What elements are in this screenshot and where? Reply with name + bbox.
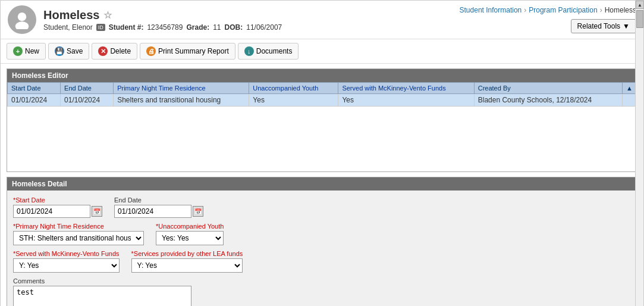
primary-night-group: *Primary Night Time Residence STH: Shelt… xyxy=(13,223,144,245)
table-header-row: Start Date End Date Primary Night Time R… xyxy=(8,83,637,94)
primary-night-label: *Primary Night Time Residence xyxy=(13,223,144,230)
main-content: Homeless Editor Start Date End Date Prim… xyxy=(1,64,643,306)
dob-label: DOB: xyxy=(225,23,243,32)
svg-point-1 xyxy=(15,21,29,29)
comments-label: Comments xyxy=(13,277,631,285)
new-icon: + xyxy=(13,46,23,56)
print-label: Print Summary Report xyxy=(158,47,229,55)
table-row[interactable]: 01/01/202401/10/2024Shelters and transit… xyxy=(8,94,637,107)
id-icon: ID xyxy=(96,24,105,31)
mckinney-group: *Served with McKinney-Vento Funds Y: Yes… xyxy=(13,250,120,273)
documents-button[interactable]: ↓ Documents xyxy=(238,43,299,60)
primary-night-select[interactable]: STH: Shelters and transitional housing xyxy=(13,231,144,245)
services-select[interactable]: Y: YesN: No xyxy=(131,258,243,273)
start-date-calendar-icon[interactable]: 📅 xyxy=(92,206,102,217)
breadcrumb-student-info[interactable]: Student Information xyxy=(460,6,522,14)
end-date-input[interactable] xyxy=(114,205,191,218)
delete-button[interactable]: ✕ Delete xyxy=(92,43,137,60)
related-tools-button[interactable]: Related Tools ▼ xyxy=(571,19,636,33)
documents-icon: ↓ xyxy=(244,46,254,56)
start-date-label: *Start Date xyxy=(13,196,102,204)
save-button[interactable]: 💾 Save xyxy=(48,43,89,60)
delete-icon: ✕ xyxy=(98,46,108,56)
grade-label: Grade: xyxy=(186,23,209,32)
save-label: Save xyxy=(67,47,83,55)
header-info: Homeless ☆ Student, Elenor ID Student #:… xyxy=(43,8,460,32)
mckinney-label: *Served with McKinney-Vento Funds xyxy=(13,250,120,257)
homeless-table: Start Date End Date Primary Night Time R… xyxy=(7,82,637,107)
scrollbar-up[interactable]: ▲ xyxy=(636,1,644,9)
end-date-group: End Date 📅 xyxy=(114,196,203,218)
breadcrumb-sep-1: › xyxy=(524,6,526,14)
end-date-input-wrapper: 📅 xyxy=(114,205,203,218)
dob-value: 11/06/2007 xyxy=(246,23,282,32)
title-text: Homeless xyxy=(43,8,100,22)
scrollbar[interactable]: ▲ ▼ xyxy=(635,1,643,306)
unaccompanied-label: *Unaccompanied Youth xyxy=(156,223,224,230)
student-name: Student, Elenor xyxy=(43,23,93,32)
print-button[interactable]: 🖨 Print Summary Report xyxy=(140,43,235,60)
mckinney-select[interactable]: Y: YesN: No xyxy=(13,258,120,273)
start-date-input[interactable] xyxy=(13,205,90,218)
primary-unaccompanied-row: *Primary Night Time Residence STH: Shelt… xyxy=(13,223,631,245)
table-cell: Shelters and transitional housing xyxy=(114,94,249,107)
end-date-calendar-icon[interactable]: 📅 xyxy=(193,206,203,217)
date-row: *Start Date 📅 End Date 📅 xyxy=(13,196,631,218)
table-cell xyxy=(623,94,637,107)
col-primary-night: Primary Night Time Residence xyxy=(114,83,249,94)
services-group: *Services provided by other LEA funds Y:… xyxy=(131,250,243,273)
unaccompanied-select[interactable]: Yes: YesNo: No xyxy=(156,231,224,245)
col-start-date: Start Date xyxy=(8,83,61,94)
new-button[interactable]: + New xyxy=(7,43,46,60)
col-sort-indicator: ▲ xyxy=(623,83,637,94)
avatar xyxy=(8,5,36,34)
save-icon: 💾 xyxy=(55,46,64,56)
table-cell: 01/01/2024 xyxy=(8,94,61,107)
comments-textarea[interactable] xyxy=(13,286,191,306)
table-cell: Yes xyxy=(249,94,338,107)
documents-label: Documents xyxy=(256,47,293,55)
chevron-down-icon: ▼ xyxy=(623,22,630,30)
breadcrumb-program-participation[interactable]: Program Participation xyxy=(529,6,597,14)
unaccompanied-group: *Unaccompanied Youth Yes: YesNo: No xyxy=(156,223,224,245)
homeless-editor-title: Homeless Editor xyxy=(12,71,68,80)
delete-label: Delete xyxy=(110,47,131,55)
favorite-star-icon[interactable]: ☆ xyxy=(103,10,112,21)
homeless-detail-header: Homeless Detail xyxy=(7,177,637,191)
print-icon: 🖨 xyxy=(146,46,156,56)
mckinney-services-row: *Served with McKinney-Vento Funds Y: Yes… xyxy=(13,250,631,273)
services-label: *Services provided by other LEA funds xyxy=(131,250,243,257)
table-cell: Bladen County Schools, 12/18/2024 xyxy=(474,94,622,107)
header: Homeless ☆ Student, Elenor ID Student #:… xyxy=(1,1,643,39)
page-wrapper: Homeless ☆ Student, Elenor ID Student #:… xyxy=(0,0,644,306)
end-date-label: End Date xyxy=(114,196,203,204)
col-end-date: End Date xyxy=(61,83,114,94)
table-cell: 01/10/2024 xyxy=(61,94,114,107)
scrollbar-track xyxy=(636,9,643,306)
detail-body: *Start Date 📅 End Date 📅 xyxy=(7,191,637,306)
scrollbar-thumb[interactable] xyxy=(636,10,643,28)
homeless-editor: Homeless Editor Start Date End Date Prim… xyxy=(7,68,637,172)
homeless-detail: Homeless Detail *Start Date 📅 End Date xyxy=(7,177,637,306)
page-title: Homeless ☆ xyxy=(43,8,460,22)
related-tools-label: Related Tools xyxy=(577,22,621,30)
homeless-editor-header: Homeless Editor xyxy=(7,69,637,82)
start-date-group: *Start Date 📅 xyxy=(13,196,102,218)
breadcrumb-nav: Student Information › Program Participat… xyxy=(460,6,636,14)
svg-point-0 xyxy=(18,13,26,21)
breadcrumb-sep-2: › xyxy=(600,6,602,14)
homeless-detail-title: Homeless Detail xyxy=(12,180,67,188)
breadcrumb: Student Information › Program Participat… xyxy=(460,6,636,33)
col-served: Served with McKinney-Vento Funds xyxy=(338,83,474,94)
comments-group: Comments xyxy=(13,277,631,306)
student-number-label: Student #: xyxy=(109,23,144,32)
student-info-sub: Student, Elenor ID Student #: 123456789 … xyxy=(43,23,460,32)
new-label: New xyxy=(25,47,39,55)
student-number: 123456789 xyxy=(147,23,183,32)
editor-table-area: Start Date End Date Primary Night Time R… xyxy=(7,82,637,171)
start-date-input-wrapper: 📅 xyxy=(13,205,102,218)
toolbar: + New 💾 Save ✕ Delete 🖨 Print Summary Re… xyxy=(1,39,643,64)
breadcrumb-current: Homeless xyxy=(605,6,636,14)
col-unaccompanied: Unaccompanied Youth xyxy=(249,83,338,94)
table-cell: Yes xyxy=(338,94,474,107)
